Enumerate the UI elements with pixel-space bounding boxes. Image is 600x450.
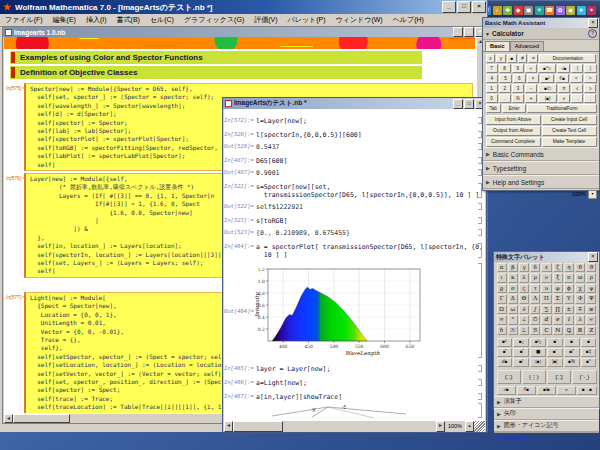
calc-button[interactable]: ≥ [584,84,596,93]
greek-char-button[interactable]: ℏ [497,326,507,336]
scroll-left-arrow[interactable]: ◄ [224,421,233,432]
calc-button[interactable]: 6 [513,74,526,83]
action-button[interactable]: Input from Above [486,115,541,125]
all-special-characters-link[interactable]: 全特殊文字 » [494,432,599,444]
test-title-bar[interactable]: ImageArtsのテスト.nb * _ □ × [223,98,486,109]
palette-section[interactable]: ▶Typesetting [483,161,599,175]
calc-button[interactable]: = [528,54,538,63]
action-button[interactable]: Output from Above [486,126,541,136]
calc-button[interactable]: 9 [512,64,524,73]
calc-button[interactable]: ( [571,64,583,73]
greek-char-button[interactable]: Λ [530,294,540,304]
menu-item[interactable]: セル(C) [145,15,179,25]
tray-icon[interactable]: ☀ [535,6,544,15]
greek-char-button[interactable]: δ [530,263,540,273]
greek-char-button[interactable]: τ [530,284,540,294]
template-button[interactable]: ■′ [547,348,563,357]
tray-icon[interactable]: ✦ [587,6,596,15]
calc-button[interactable]: 8 [499,64,511,73]
menu-item[interactable]: 書式(B) [112,15,145,25]
calc-button[interactable]: Documentation [539,54,596,63]
greek-char-button[interactable]: ϕ [564,284,574,294]
menu-item[interactable]: パレット(P) [283,15,331,25]
greek-char-button[interactable]: ≡ [586,305,596,315]
greek-char-button[interactable]: Π [541,294,551,304]
notebook-cell[interactable]: In[520]:=l[spectorIn,{0,0,0.5}][600] [224,131,485,139]
matrix-template-button[interactable]: (∷) [497,370,521,384]
calc-button[interactable]: ∜■ [555,74,569,83]
matrix-template-button[interactable]: [∷] [547,370,571,384]
calc-button[interactable]: Enter [502,104,526,113]
greek-char-button[interactable]: θ [575,263,585,273]
greek-char-button[interactable]: ∠ [519,315,529,325]
greek-char-button[interactable]: ℚ [564,326,574,336]
tray-icon[interactable]: ▣ [524,6,533,15]
palette-section[interactable]: ▶Help and Settings [483,175,599,189]
greek-char-button[interactable]: ς [519,284,529,294]
magnification-indicator[interactable]: 100% [572,191,586,197]
greek-char-button[interactable]: ξ [553,273,563,283]
calc-button[interactable]: Tab [486,104,501,113]
calc-button[interactable]: × [527,74,540,83]
greek-char-button[interactable]: ⅇ [553,315,563,325]
section-heading-cell[interactable]: Examples of using Color and Spector Func… [10,51,422,64]
close-icon[interactable]: × [588,252,598,262]
template-button[interactable]: ■‡ [581,348,597,357]
calc-button[interactable]: 4 [486,74,499,83]
zoom-spinner[interactable]: ▴ [465,421,474,432]
calc-button[interactable]: 7 [486,64,498,73]
close-icon[interactable]: × [588,18,598,28]
tray-icon[interactable]: ☎ [545,6,554,15]
calc-button[interactable]: y [496,54,506,63]
greek-char-button[interactable]: Φ [575,294,585,304]
greek-char-button[interactable]: ℋ [508,326,518,336]
minimize-button[interactable]: _ [453,99,463,109]
template-button[interactable]: ■̂ [497,348,513,357]
greek-char-button[interactable]: ℮ [586,315,596,325]
help-icon[interactable]: ? [588,29,597,38]
greek-char-button[interactable]: μ [530,273,540,283]
calc-button[interactable]: ■^□ [538,64,557,73]
greek-char-button[interactable]: ρ [586,273,596,283]
greek-char-button[interactable]: ψ [586,284,596,294]
template-button[interactable]: ■²₂ [530,338,546,347]
child-minimize-button[interactable]: _ [453,27,463,37]
imagearts-title-bar[interactable]: Imagearts 1.0.nb _ □ × [3,27,486,37]
greek-char-button[interactable]: ϖ [575,273,585,283]
greek-char-button[interactable]: Υ [564,294,574,304]
palette-section[interactable]: ▶矢印 [494,408,599,420]
greek-char-button[interactable]: ℂ [541,326,551,336]
template-button[interactable]: ■₂ [513,338,529,347]
palette-title-bar[interactable]: 特殊文字パレット × [494,252,599,262]
root-template-button[interactable]: ■→■ [577,386,596,395]
tray-icon[interactable]: ✚ [503,6,512,15]
child-maximize-button[interactable]: □ [464,27,474,37]
greek-char-button[interactable]: ℤ [586,326,596,336]
root-template-button[interactable]: ∜■ [517,386,536,395]
palette-section[interactable]: ▶Basic Commands [483,147,599,161]
menu-item[interactable]: 評価(V) [249,15,282,25]
section-heading-cell[interactable]: Definition of Objective Classes [10,66,422,79]
maximize-button[interactable]: □ [464,99,474,109]
tray-icon[interactable]: ◉ [566,6,575,15]
calc-button[interactable]: N [512,94,524,103]
calc-button[interactable]: # [518,54,528,63]
calc-button[interactable]: ℯ [558,94,570,103]
greek-char-button[interactable]: κ [508,273,518,283]
greek-char-button[interactable]: γ [519,263,529,273]
greek-char-button[interactable]: ∂ [519,305,529,315]
notebook-cell[interactable]: In[465]:=layer = Layer[new]; [224,365,485,373]
scroll-left-arrow[interactable]: ◄ [4,414,13,423]
greek-char-button[interactable]: β [508,263,518,273]
greek-char-button[interactable]: Γ [497,294,507,304]
calc-button[interactable]: ; [584,94,596,103]
cell-bracket[interactable] [478,263,482,358]
action-button[interactable]: Create Input Cell [542,115,597,125]
notebook-cell[interactable]: In[522]:=s=Spector[new][set, transmissio… [224,183,485,199]
resize-grip[interactable] [474,421,485,432]
maximize-button[interactable]: □ [457,1,471,13]
scroll-right-arrow[interactable]: ► [436,421,445,432]
notebook-cell[interactable]: In[572]:=l=Layer[new]; [224,117,485,125]
calc-button[interactable]: π [558,84,570,93]
notebook-cell[interactable]: In[466]:=a=Light[new]; [224,379,485,387]
